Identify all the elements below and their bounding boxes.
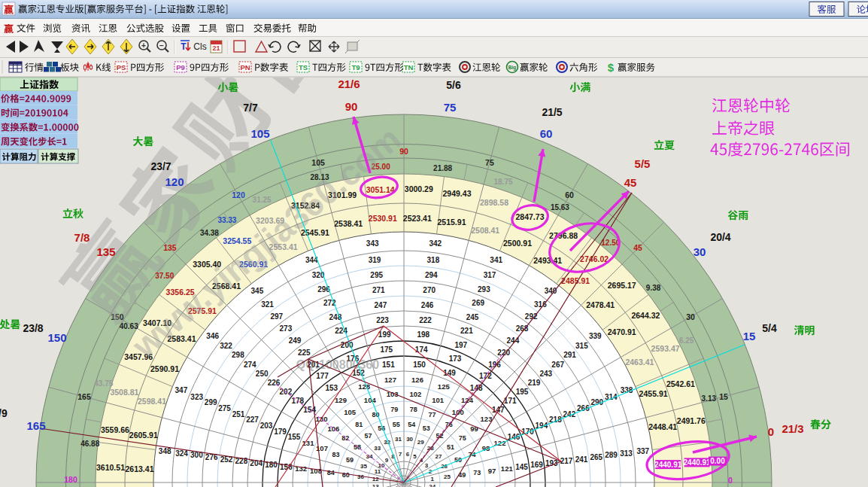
svg-text:2440.91: 2440.91 xyxy=(684,458,712,467)
svg-text:135: 135 xyxy=(96,245,115,258)
svg-text:90: 90 xyxy=(345,100,358,113)
svg-text:2440.91: 2440.91 xyxy=(654,461,682,469)
svg-text:Cls: Cls xyxy=(193,41,206,52)
svg-text:265: 265 xyxy=(590,453,602,461)
svg-text:294: 294 xyxy=(425,271,438,279)
svg-text:2644.32: 2644.32 xyxy=(631,311,660,320)
svg-text:131: 131 xyxy=(302,439,315,447)
svg-text:2491.76: 2491.76 xyxy=(677,416,706,425)
svg-text:60: 60 xyxy=(565,190,574,199)
svg-text:2949.43: 2949.43 xyxy=(443,189,472,198)
svg-text:151: 151 xyxy=(382,361,395,369)
svg-text:132: 132 xyxy=(295,464,307,473)
svg-text:2613.41: 2613.41 xyxy=(126,464,154,473)
svg-text:2463.41: 2463.41 xyxy=(625,358,654,367)
svg-text:21/3: 21/3 xyxy=(782,422,803,435)
svg-text:345: 345 xyxy=(251,287,264,295)
svg-text:33.33: 33.33 xyxy=(217,216,236,224)
svg-text:2523.41: 2523.41 xyxy=(403,214,432,223)
svg-text:297: 297 xyxy=(270,312,283,321)
svg-text:105: 105 xyxy=(344,408,357,416)
svg-text:51: 51 xyxy=(447,443,454,451)
svg-text:120: 120 xyxy=(232,190,245,199)
svg-text:57: 57 xyxy=(364,432,372,440)
svg-text:59: 59 xyxy=(346,456,354,464)
svg-text:271: 271 xyxy=(372,286,385,294)
svg-text:75: 75 xyxy=(485,158,494,167)
svg-text:321: 321 xyxy=(261,300,274,309)
svg-text:225: 225 xyxy=(298,349,311,357)
svg-text:317: 317 xyxy=(484,271,496,279)
svg-text:198: 198 xyxy=(417,330,429,339)
svg-text:+: + xyxy=(141,41,146,50)
svg-text:3508.81: 3508.81 xyxy=(110,388,138,397)
svg-text:37.50: 37.50 xyxy=(155,272,174,280)
svg-text:2847.73: 2847.73 xyxy=(516,212,545,221)
svg-text:148: 148 xyxy=(470,384,483,392)
svg-text:33: 33 xyxy=(374,445,381,452)
svg-text:7/9: 7/9 xyxy=(0,407,8,419)
svg-text:11: 11 xyxy=(375,468,381,475)
svg-text:169: 169 xyxy=(530,461,543,469)
svg-text:318: 318 xyxy=(427,256,440,264)
svg-text:315: 315 xyxy=(575,342,588,350)
svg-text:126: 126 xyxy=(411,376,423,384)
svg-text:341: 341 xyxy=(490,256,502,264)
svg-text:295: 295 xyxy=(370,271,383,279)
svg-text:0: 0 xyxy=(728,476,733,485)
svg-text:1: 1 xyxy=(430,476,434,482)
svg-text:7/7: 7/7 xyxy=(243,102,258,114)
svg-text:24: 24 xyxy=(429,483,436,487)
svg-text:199: 199 xyxy=(378,330,391,339)
svg-text:247: 247 xyxy=(375,301,387,309)
svg-text:2605.91: 2605.91 xyxy=(129,431,158,440)
svg-text:227: 227 xyxy=(246,415,259,424)
svg-text:31.25: 31.25 xyxy=(253,196,272,204)
svg-text:3610.51: 3610.51 xyxy=(96,463,125,472)
svg-text:T: T xyxy=(181,41,187,52)
svg-text:83: 83 xyxy=(332,451,339,458)
svg-text:322: 322 xyxy=(220,342,232,350)
svg-text:108: 108 xyxy=(310,467,322,475)
svg-text:347: 347 xyxy=(175,386,188,394)
svg-text:248: 248 xyxy=(329,313,342,321)
svg-text:2455.91: 2455.91 xyxy=(639,389,668,398)
svg-text:155: 155 xyxy=(288,433,301,441)
svg-text:9: 9 xyxy=(385,457,389,464)
svg-text:346: 346 xyxy=(206,332,219,340)
svg-text:55: 55 xyxy=(393,421,400,428)
svg-text:43.75: 43.75 xyxy=(94,379,113,388)
svg-text:21/6: 21/6 xyxy=(338,78,360,90)
svg-text:299: 299 xyxy=(205,398,217,406)
svg-text:174: 174 xyxy=(415,345,428,354)
svg-text:2515.91: 2515.91 xyxy=(438,218,466,227)
svg-text:97: 97 xyxy=(488,467,496,475)
svg-text:2598.41: 2598.41 xyxy=(138,397,166,406)
svg-text:250: 250 xyxy=(256,370,269,378)
svg-text:12.50: 12.50 xyxy=(601,239,620,247)
svg-text:6.25: 6.25 xyxy=(679,336,694,345)
svg-text:337: 337 xyxy=(636,447,649,455)
svg-text:323: 323 xyxy=(190,393,203,401)
svg-text:23/7: 23/7 xyxy=(150,160,171,172)
svg-text:77: 77 xyxy=(428,411,436,419)
svg-text:2508.41: 2508.41 xyxy=(471,226,499,235)
svg-text:54: 54 xyxy=(408,421,415,428)
svg-text:60: 60 xyxy=(342,471,350,479)
svg-text:5: 5 xyxy=(413,453,417,460)
svg-text:243: 243 xyxy=(539,370,552,378)
svg-text:5/4: 5/4 xyxy=(762,322,777,334)
svg-text:3000.29: 3000.29 xyxy=(405,184,433,193)
svg-text:18.75: 18.75 xyxy=(493,178,512,186)
svg-text:125: 125 xyxy=(438,382,451,391)
svg-text:339: 339 xyxy=(589,332,602,340)
svg-text:221: 221 xyxy=(460,327,473,335)
svg-text:105: 105 xyxy=(250,127,269,140)
svg-text:45: 45 xyxy=(624,176,637,189)
svg-text:251: 251 xyxy=(232,410,245,419)
svg-text:79: 79 xyxy=(390,406,398,413)
svg-text:7: 7 xyxy=(399,451,402,458)
svg-text:245: 245 xyxy=(466,313,479,321)
svg-text:197: 197 xyxy=(454,341,467,349)
svg-text:7/8: 7/8 xyxy=(74,231,90,244)
